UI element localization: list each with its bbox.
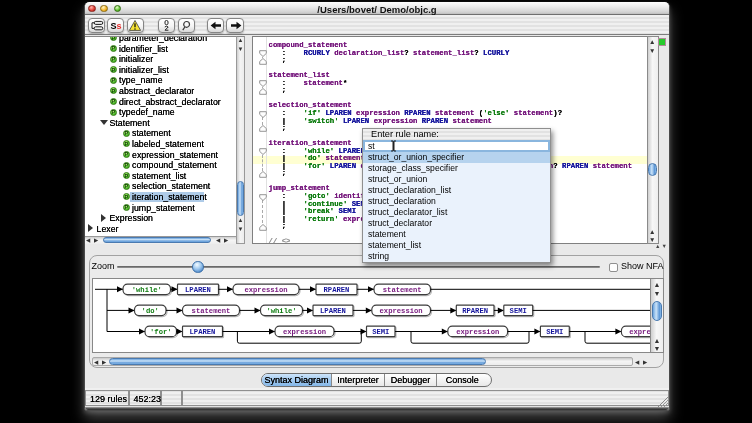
svg-text:expression: expression [283, 328, 326, 336]
svg-text:'for': 'for' [150, 328, 172, 336]
svg-text:LPAREN: LPAREN [190, 328, 216, 336]
svg-text:statement: statement [192, 307, 231, 315]
svg-text:expression: expression [244, 286, 287, 294]
svg-text:'while': 'while' [266, 307, 296, 315]
svg-text:LPAREN: LPAREN [185, 286, 211, 294]
svg-text:RPAREN: RPAREN [324, 286, 350, 294]
svg-text:RPAREN: RPAREN [462, 307, 488, 315]
svg-text:SEMI: SEMI [510, 307, 527, 315]
svg-text:statement: statement [383, 286, 422, 294]
svg-text:SEMI: SEMI [372, 328, 389, 336]
svg-text:SEMI: SEMI [546, 328, 563, 336]
svg-text:'while': 'while' [132, 286, 162, 294]
svg-text:expression: expression [380, 307, 423, 315]
svg-text:LPAREN: LPAREN [320, 307, 346, 315]
svg-text:expression: expression [456, 328, 499, 336]
svg-text:'do': 'do' [142, 307, 159, 315]
svg-text:expression: expression [629, 328, 650, 336]
